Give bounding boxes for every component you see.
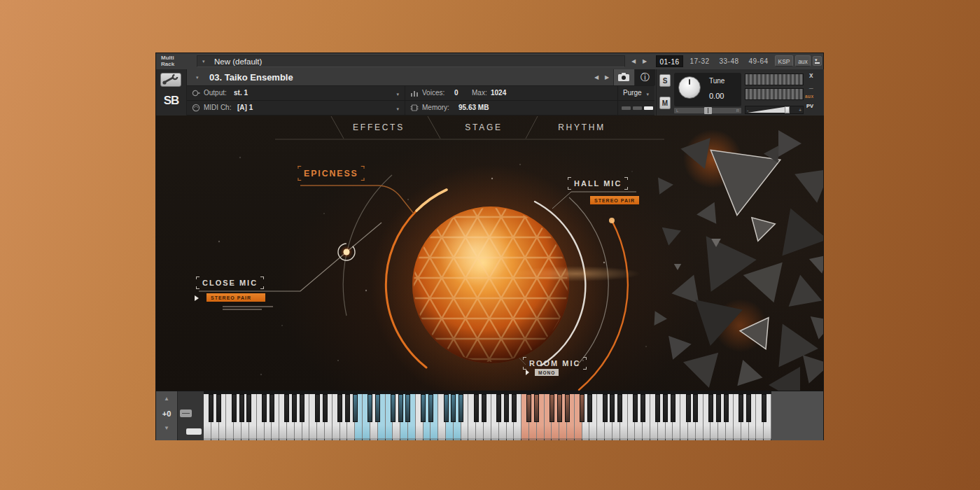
piano-key-black[interactable]: [284, 394, 289, 422]
minimize-views-icon[interactable]: ▾: [813, 56, 822, 66]
piano-key-black[interactable]: [375, 394, 380, 422]
preset-dropdown[interactable]: ▾ New (default): [197, 55, 625, 67]
piano-key-black[interactable]: [209, 394, 214, 422]
piano-key-black[interactable]: [617, 394, 622, 422]
close-mic-label[interactable]: CLOSE MIC: [196, 276, 264, 289]
piano-key-black[interactable]: [353, 394, 358, 422]
snapshot-camera-button[interactable]: [613, 69, 634, 85]
piano-key-black[interactable]: [724, 394, 729, 422]
keyboard[interactable]: [204, 391, 771, 440]
piano-key-black[interactable]: [587, 394, 592, 422]
piano-key-black[interactable]: [368, 394, 372, 422]
piano-key-black[interactable]: [451, 394, 456, 422]
piano-key-black[interactable]: [565, 394, 570, 422]
epicness-handle[interactable]: [338, 244, 355, 260]
page-tab-33-48[interactable]: 33-48: [715, 55, 743, 67]
aux-send-label[interactable]: aux: [805, 94, 814, 99]
piano-key-black[interactable]: [655, 394, 660, 422]
piano-key-black[interactable]: [708, 394, 713, 422]
piano-key-black[interactable]: [232, 394, 237, 422]
piano-key-black[interactable]: [292, 394, 297, 422]
piano-key-black[interactable]: [496, 394, 501, 422]
pan-thumb[interactable]: [704, 107, 712, 114]
mute-button[interactable]: M: [659, 97, 671, 109]
pan-slider[interactable]: L R: [674, 108, 741, 113]
transpose-up-icon[interactable]: ▲: [156, 396, 177, 402]
performance-view-label[interactable]: PV: [806, 103, 813, 109]
purge-control[interactable]: Purge ▾: [617, 86, 654, 101]
piano-key-black[interactable]: [337, 394, 342, 422]
piano-key-black[interactable]: [405, 394, 410, 422]
prev-page-arrow[interactable]: ◀: [629, 57, 638, 66]
transpose-down-icon[interactable]: ▼: [156, 425, 177, 431]
page-tab-01-16[interactable]: 01-16: [656, 55, 683, 67]
piano-key-black[interactable]: [738, 394, 743, 422]
close-icon[interactable]: x: [809, 71, 813, 79]
play-icon[interactable]: [195, 295, 199, 301]
piano-key-black[interactable]: [345, 394, 350, 422]
piano-key-black[interactable]: [693, 394, 698, 422]
piano-key-black[interactable]: [640, 394, 645, 422]
page-tab-17-32[interactable]: 17-32: [686, 55, 713, 67]
room-mic-mode-badge[interactable]: MONO: [535, 369, 559, 376]
piano-key-black[interactable]: [262, 394, 267, 422]
wrench-edit-button[interactable]: [160, 73, 181, 87]
prev-instrument-arrow[interactable]: ◀: [592, 73, 601, 82]
piano-key-black[interactable]: [603, 394, 608, 422]
chevron-down-icon[interactable]: ▾: [396, 106, 399, 112]
next-page-arrow[interactable]: ▶: [640, 57, 649, 66]
piano-key-black[interactable]: [534, 394, 539, 422]
piano-key-black[interactable]: [610, 394, 615, 422]
piano-key-black[interactable]: [746, 394, 751, 422]
minimize-icon[interactable]: _: [809, 81, 813, 89]
piano-key-black[interactable]: [421, 394, 426, 422]
hall-mic-label[interactable]: HALL MIC: [568, 177, 628, 190]
piano-key-black[interactable]: [482, 394, 486, 422]
volume-slider[interactable]: - +: [745, 106, 804, 114]
piano-key-black[interactable]: [526, 394, 531, 422]
piano-key-black[interactable]: [270, 394, 274, 422]
tab-stage[interactable]: STAGE: [442, 118, 526, 136]
piano-key-black[interactable]: [315, 394, 320, 422]
tune-knob[interactable]: [678, 76, 701, 99]
close-mic-mode-badge[interactable]: STEREO PAIR: [206, 293, 265, 302]
midi-channel-row[interactable]: MIDI Ch: [A] 1 ▾: [187, 101, 405, 115]
piano-key-black[interactable]: [300, 394, 304, 422]
solo-button[interactable]: S: [659, 74, 671, 87]
chevron-down-icon[interactable]: ▾: [196, 75, 199, 80]
piano-key-black[interactable]: [557, 394, 562, 422]
piano-key-black[interactable]: [671, 394, 676, 422]
piano-key-black[interactable]: [474, 394, 479, 422]
aux-button[interactable]: aux: [795, 55, 811, 66]
piano-key-black[interactable]: [633, 394, 638, 422]
epicness-label[interactable]: EPICNESS: [298, 166, 364, 181]
keyboard-zoom-handle[interactable]: [186, 428, 202, 435]
piano-key-black[interactable]: [216, 394, 221, 422]
room-mic-label[interactable]: ROOM MIC: [523, 357, 587, 370]
tab-rhythm[interactable]: RHYTHM: [540, 118, 624, 136]
chevron-down-icon[interactable]: ▾: [396, 92, 399, 97]
tab-effects[interactable]: EFFECTS: [337, 118, 421, 136]
piano-key-black[interactable]: [398, 394, 403, 422]
volume-thumb[interactable]: [785, 106, 790, 113]
piano-key-black[interactable]: [428, 394, 433, 422]
ksp-button[interactable]: KSP: [775, 55, 793, 66]
piano-key-black[interactable]: [580, 394, 584, 422]
play-icon[interactable]: [526, 370, 529, 375]
piano-key-black[interactable]: [512, 394, 517, 422]
page-tab-49-64[interactable]: 49-64: [745, 55, 772, 67]
piano-key-black[interactable]: [686, 394, 691, 422]
piano-key-black[interactable]: [716, 394, 721, 422]
piano-key-black[interactable]: [663, 394, 668, 422]
piano-key-black[interactable]: [323, 394, 328, 422]
output-row[interactable]: Output: st. 1 ▾: [187, 86, 405, 101]
next-instrument-arrow[interactable]: ▶: [603, 73, 611, 82]
piano-key-black[interactable]: [458, 394, 463, 422]
piano-key-black[interactable]: [550, 394, 554, 422]
hall-mic-mode-badge[interactable]: STEREO PAIR: [590, 196, 639, 204]
piano-key-black[interactable]: [504, 394, 509, 422]
piano-key-black[interactable]: [246, 394, 251, 422]
piano-key-black[interactable]: [762, 394, 766, 422]
piano-key-black[interactable]: [391, 394, 396, 422]
piano-key-black[interactable]: [444, 394, 449, 422]
